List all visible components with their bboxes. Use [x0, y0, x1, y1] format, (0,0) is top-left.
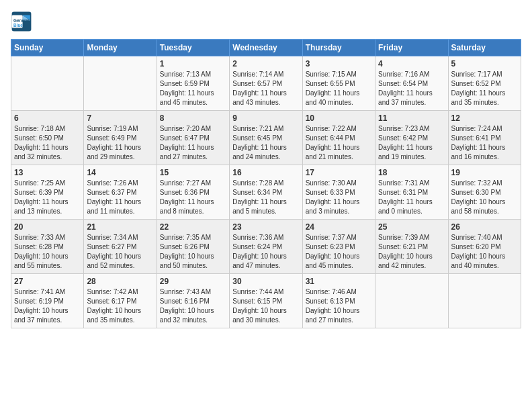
weekday-header-friday: Friday — [375, 40, 448, 56]
day-number: 22 — [160, 222, 226, 232]
day-number: 7 — [87, 113, 153, 123]
calendar-body: 1Sunrise: 7:13 AM Sunset: 6:59 PM Daylig… — [11, 56, 521, 328]
day-detail: Sunrise: 7:40 AM Sunset: 6:20 PM Dayligh… — [451, 233, 518, 271]
day-number: 21 — [87, 222, 153, 232]
calendar-cell: 12Sunrise: 7:24 AM Sunset: 6:41 PM Dayli… — [448, 111, 521, 165]
calendar-cell: 31Sunrise: 7:46 AM Sunset: 6:13 PM Dayli… — [302, 274, 375, 328]
day-number: 15 — [160, 168, 226, 177]
day-number: 26 — [451, 222, 518, 232]
day-detail: Sunrise: 7:15 AM Sunset: 6:55 PM Dayligh… — [306, 70, 372, 107]
day-detail: Sunrise: 7:36 AM Sunset: 6:24 PM Dayligh… — [232, 233, 299, 271]
day-detail: Sunrise: 7:43 AM Sunset: 6:16 PM Dayligh… — [160, 287, 226, 325]
day-number: 5 — [451, 59, 518, 68]
svg-text:Blue: Blue — [13, 23, 23, 28]
day-detail: Sunrise: 7:35 AM Sunset: 6:26 PM Dayligh… — [160, 233, 226, 271]
day-number: 30 — [232, 277, 299, 286]
calendar-cell: 28Sunrise: 7:42 AM Sunset: 6:17 PM Dayli… — [84, 274, 157, 328]
day-number: 25 — [378, 222, 445, 232]
day-detail: Sunrise: 7:28 AM Sunset: 6:34 PM Dayligh… — [232, 179, 299, 216]
weekday-header-thursday: Thursday — [302, 40, 375, 56]
weekday-header-tuesday: Tuesday — [157, 40, 229, 56]
calendar-cell: 18Sunrise: 7:31 AM Sunset: 6:31 PM Dayli… — [375, 165, 448, 220]
calendar-week-row: 13Sunrise: 7:25 AM Sunset: 6:39 PM Dayli… — [11, 165, 521, 220]
calendar-cell: 5Sunrise: 7:17 AM Sunset: 6:52 PM Daylig… — [448, 56, 521, 111]
calendar-cell — [84, 56, 157, 111]
weekday-header-saturday: Saturday — [448, 40, 521, 56]
calendar-cell: 4Sunrise: 7:16 AM Sunset: 6:54 PM Daylig… — [375, 56, 448, 111]
day-number: 20 — [14, 222, 81, 232]
calendar-cell: 19Sunrise: 7:32 AM Sunset: 6:30 PM Dayli… — [448, 165, 521, 220]
calendar-cell: 11Sunrise: 7:23 AM Sunset: 6:42 PM Dayli… — [375, 111, 448, 165]
day-number: 28 — [87, 277, 153, 286]
calendar-cell: 16Sunrise: 7:28 AM Sunset: 6:34 PM Dayli… — [230, 165, 302, 220]
day-detail: Sunrise: 7:18 AM Sunset: 6:50 PM Dayligh… — [14, 124, 81, 162]
page-header: General Blue — [11, 11, 521, 32]
day-detail: Sunrise: 7:42 AM Sunset: 6:17 PM Dayligh… — [87, 287, 153, 325]
svg-text:General: General — [13, 18, 30, 23]
day-detail: Sunrise: 7:25 AM Sunset: 6:39 PM Dayligh… — [14, 179, 81, 216]
day-number: 12 — [451, 113, 518, 123]
day-detail: Sunrise: 7:21 AM Sunset: 6:45 PM Dayligh… — [232, 124, 299, 162]
weekday-header-wednesday: Wednesday — [230, 40, 302, 56]
day-detail: Sunrise: 7:33 AM Sunset: 6:28 PM Dayligh… — [14, 233, 81, 271]
day-number: 8 — [160, 113, 226, 123]
calendar-cell: 30Sunrise: 7:44 AM Sunset: 6:15 PM Dayli… — [230, 274, 302, 328]
day-detail: Sunrise: 7:41 AM Sunset: 6:19 PM Dayligh… — [14, 287, 81, 325]
day-detail: Sunrise: 7:22 AM Sunset: 6:44 PM Dayligh… — [306, 124, 372, 162]
logo: General Blue — [11, 11, 32, 32]
day-number: 19 — [451, 168, 518, 177]
calendar-cell: 2Sunrise: 7:14 AM Sunset: 6:57 PM Daylig… — [230, 56, 302, 111]
day-detail: Sunrise: 7:39 AM Sunset: 6:21 PM Dayligh… — [378, 233, 445, 271]
day-number: 23 — [232, 222, 299, 232]
calendar-cell: 3Sunrise: 7:15 AM Sunset: 6:55 PM Daylig… — [302, 56, 375, 111]
calendar-cell: 23Sunrise: 7:36 AM Sunset: 6:24 PM Dayli… — [230, 220, 302, 274]
calendar-cell: 21Sunrise: 7:34 AM Sunset: 6:27 PM Dayli… — [84, 220, 157, 274]
calendar-cell: 25Sunrise: 7:39 AM Sunset: 6:21 PM Dayli… — [375, 220, 448, 274]
day-detail: Sunrise: 7:17 AM Sunset: 6:52 PM Dayligh… — [451, 70, 518, 107]
weekday-header-monday: Monday — [84, 40, 157, 56]
day-number: 9 — [232, 113, 299, 123]
weekday-header-sunday: Sunday — [11, 40, 84, 56]
calendar-cell: 8Sunrise: 7:20 AM Sunset: 6:47 PM Daylig… — [157, 111, 229, 165]
day-number: 17 — [306, 168, 372, 177]
day-number: 14 — [87, 168, 153, 177]
day-number: 3 — [306, 59, 372, 68]
calendar-week-row: 1Sunrise: 7:13 AM Sunset: 6:59 PM Daylig… — [11, 56, 521, 111]
day-detail: Sunrise: 7:44 AM Sunset: 6:15 PM Dayligh… — [232, 287, 299, 325]
calendar-header: SundayMondayTuesdayWednesdayThursdayFrid… — [11, 40, 521, 56]
calendar-cell: 17Sunrise: 7:30 AM Sunset: 6:33 PM Dayli… — [302, 165, 375, 220]
day-number: 13 — [14, 168, 81, 177]
day-detail: Sunrise: 7:37 AM Sunset: 6:23 PM Dayligh… — [306, 233, 372, 271]
calendar-cell: 10Sunrise: 7:22 AM Sunset: 6:44 PM Dayli… — [302, 111, 375, 165]
day-number: 11 — [378, 113, 445, 123]
calendar-week-row: 6Sunrise: 7:18 AM Sunset: 6:50 PM Daylig… — [11, 111, 521, 165]
calendar-cell: 26Sunrise: 7:40 AM Sunset: 6:20 PM Dayli… — [448, 220, 521, 274]
day-number: 1 — [160, 59, 226, 68]
day-number: 24 — [306, 222, 372, 232]
calendar-week-row: 20Sunrise: 7:33 AM Sunset: 6:28 PM Dayli… — [11, 220, 521, 274]
day-number: 6 — [14, 113, 81, 123]
day-detail: Sunrise: 7:31 AM Sunset: 6:31 PM Dayligh… — [378, 179, 445, 216]
day-number: 10 — [306, 113, 372, 123]
calendar-cell: 6Sunrise: 7:18 AM Sunset: 6:50 PM Daylig… — [11, 111, 84, 165]
day-detail: Sunrise: 7:14 AM Sunset: 6:57 PM Dayligh… — [232, 70, 299, 107]
day-number: 27 — [14, 277, 81, 286]
day-number: 31 — [306, 277, 372, 286]
day-detail: Sunrise: 7:20 AM Sunset: 6:47 PM Dayligh… — [160, 124, 226, 162]
calendar-cell — [11, 56, 84, 111]
calendar-week-row: 27Sunrise: 7:41 AM Sunset: 6:19 PM Dayli… — [11, 274, 521, 328]
day-detail: Sunrise: 7:19 AM Sunset: 6:49 PM Dayligh… — [87, 124, 153, 162]
day-detail: Sunrise: 7:13 AM Sunset: 6:59 PM Dayligh… — [160, 70, 226, 107]
calendar-cell: 15Sunrise: 7:27 AM Sunset: 6:36 PM Dayli… — [157, 165, 229, 220]
weekday-header-row: SundayMondayTuesdayWednesdayThursdayFrid… — [11, 40, 521, 56]
day-detail: Sunrise: 7:46 AM Sunset: 6:13 PM Dayligh… — [306, 287, 372, 325]
calendar-table: SundayMondayTuesdayWednesdayThursdayFrid… — [11, 39, 521, 328]
day-number: 29 — [160, 277, 226, 286]
calendar-cell: 13Sunrise: 7:25 AM Sunset: 6:39 PM Dayli… — [11, 165, 84, 220]
day-number: 16 — [232, 168, 299, 177]
day-detail: Sunrise: 7:30 AM Sunset: 6:33 PM Dayligh… — [306, 179, 372, 216]
calendar-cell: 27Sunrise: 7:41 AM Sunset: 6:19 PM Dayli… — [11, 274, 84, 328]
calendar-cell — [448, 274, 521, 328]
calendar-cell: 22Sunrise: 7:35 AM Sunset: 6:26 PM Dayli… — [157, 220, 229, 274]
day-detail: Sunrise: 7:23 AM Sunset: 6:42 PM Dayligh… — [378, 124, 445, 162]
